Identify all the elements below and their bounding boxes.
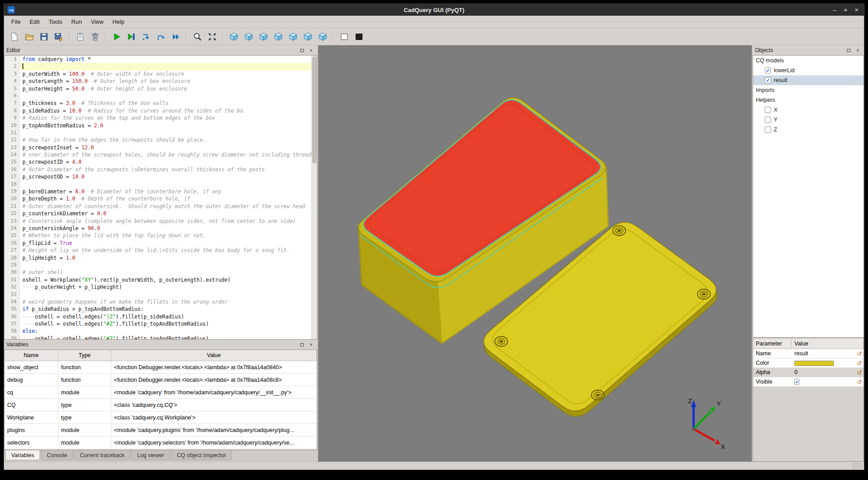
variable-row[interactable]: show_objectfunction<function Debugger.re… — [4, 361, 317, 374]
code-line[interactable]: 29 — [4, 262, 311, 269]
view-right-button[interactable] — [286, 30, 300, 44]
code-line[interactable]: 38else: — [4, 327, 311, 335]
code-line[interactable]: 23# Countersink angle (complete angle be… — [4, 218, 311, 225]
code-line[interactable]: 36····oshell = oshell.edges("|Z").fillet… — [4, 313, 311, 320]
editor-close-button[interactable]: × — [308, 47, 314, 53]
reset-button[interactable]: ↺ — [855, 360, 864, 367]
save-file-button[interactable] — [37, 30, 51, 44]
code-line[interactable]: 15p_screwpostID = 4.0 — [4, 158, 311, 166]
code-line[interactable]: 17p_screwpostOD = 10.0 — [4, 173, 311, 180]
prop-row-name[interactable]: Nameresult↺ — [753, 349, 864, 358]
code-line[interactable]: 13p_screwpostInset = 12.0 — [4, 144, 311, 151]
checkbox[interactable] — [765, 127, 771, 133]
view-front-button[interactable] — [242, 30, 255, 44]
code-line[interactable]: 32····p_outerHeight + p_lipHeight) — [4, 284, 311, 291]
checkbox[interactable] — [765, 117, 771, 123]
tree-item-imports[interactable]: Imports — [753, 85, 864, 95]
code-line[interactable]: 22p_countersinkDiameter = 0.0 — [4, 210, 311, 217]
code-line[interactable]: 6 — [4, 92, 311, 100]
code-line[interactable]: 5p_outerHeight = 50.0··# Outer height of… — [4, 85, 311, 92]
code-line[interactable]: 34# weird geometry happens if we make th… — [4, 298, 311, 305]
prop-row-alpha[interactable]: Alpha0↺ — [753, 368, 864, 377]
code-line[interactable]: 31oshell = Workplane("XY").rect(p_outerW… — [4, 276, 311, 284]
code-line[interactable]: 14# nner Diameter of the screwpost holes… — [4, 151, 311, 158]
bg-dark-button[interactable] — [352, 30, 366, 44]
fit-all-button[interactable] — [206, 30, 219, 44]
view-top-button[interactable] — [301, 30, 315, 44]
code-line[interactable]: 1from cadquery import * — [4, 56, 311, 63]
menu-tools[interactable]: Tools — [44, 17, 66, 27]
run-script-button[interactable] — [110, 30, 123, 44]
tree-item-z[interactable]: Z — [753, 125, 864, 135]
menu-run[interactable]: Run — [67, 17, 87, 27]
variable-row[interactable]: cqmodule<module 'cadquery' from '/home/a… — [4, 386, 317, 399]
code-line[interactable]: 2 — [4, 63, 311, 70]
variable-row[interactable]: pluginsmodule<module 'cadquery.plugins' … — [4, 424, 317, 436]
code-line[interactable]: 4p_outerLength = 150.0··# Outer length o… — [4, 78, 311, 85]
menu-view[interactable]: View — [87, 17, 108, 27]
reset-button[interactable]: ↺ — [855, 369, 864, 376]
variable-row[interactable]: selectorsmodule<module 'cadquery.selecto… — [4, 436, 317, 449]
variable-row[interactable]: debugfunction<function Debugger.render.<… — [4, 374, 317, 386]
code-line[interactable]: 39····oshell = oshell.edges("#Z").fillet… — [4, 335, 311, 339]
step-over-button[interactable] — [154, 30, 168, 44]
checkbox[interactable]: ✓ — [794, 379, 799, 385]
objects-float-button[interactable] — [846, 47, 852, 53]
variable-row[interactable]: Workplanetype<class 'cadquery.cq.Workpla… — [4, 411, 317, 424]
resize-grip[interactable] — [852, 463, 862, 468]
code-line[interactable]: 20p_boreDepth = 1.0··# Depth of the coun… — [4, 195, 311, 202]
open-file-button[interactable] — [22, 30, 36, 44]
zoom-button[interactable] — [191, 30, 204, 44]
delete-button[interactable] — [88, 30, 102, 44]
viewport-3d[interactable]: ZYX — [318, 45, 752, 462]
variable-row[interactable]: Planetype<class 'cadquery.occ_impl.geom.… — [4, 449, 317, 449]
code-line[interactable]: 25# Whether to place the lid with the to… — [4, 232, 311, 239]
menu-file[interactable]: File — [7, 17, 25, 27]
maximize-button[interactable]: + — [843, 4, 847, 16]
checkbox[interactable]: ✓ — [765, 67, 771, 74]
view-bottom-button[interactable] — [316, 30, 329, 44]
code-line[interactable]: 10p_topAndBottomRadius = 2.0 — [4, 122, 311, 129]
code-line[interactable]: 35if p_sideRadius > p_topAndBottomRadius… — [4, 305, 311, 313]
editor-scrollbar-thumb[interactable] — [312, 57, 316, 163]
tab-console[interactable]: Console — [41, 450, 73, 460]
editor-scrollbar[interactable] — [311, 56, 317, 339]
variable-row[interactable]: CQtype<class 'cadquery.cq.CQ'> — [4, 399, 317, 411]
code-line[interactable]: 33 — [4, 291, 311, 298]
bg-white-button[interactable] — [338, 30, 351, 44]
code-line[interactable]: 37····oshell = oshell.edges("#Z").fillet… — [4, 320, 311, 327]
reset-button[interactable]: ↺ — [855, 379, 864, 385]
view-back-button[interactable] — [257, 30, 270, 44]
code-line[interactable]: 27# Height of lip on the underside of th… — [4, 247, 311, 254]
code-line[interactable]: 11 — [4, 129, 311, 136]
checkbox[interactable]: ✓ — [765, 77, 771, 83]
editor-float-button[interactable] — [299, 47, 305, 53]
color-swatch[interactable] — [794, 361, 834, 366]
debug-script-button[interactable] — [125, 30, 138, 44]
close-button[interactable]: × — [855, 4, 859, 16]
code-line[interactable]: 28p_lipHeight = 1.0 — [4, 254, 311, 262]
tree-item-y[interactable]: Y — [753, 115, 864, 125]
code-line[interactable]: 12# How far in from the edges the screwp… — [4, 136, 311, 144]
tree-item-lowerlid[interactable]: ✓lowerLid — [753, 65, 864, 75]
tab-cq-object-inspector[interactable]: CQ object inspector — [171, 450, 232, 460]
continue-run-button[interactable] — [169, 30, 183, 44]
variables-close-button[interactable]: × — [308, 341, 314, 348]
reset-button[interactable]: ↺ — [855, 350, 864, 357]
tab-log-viewer[interactable]: Log viewer — [131, 450, 170, 460]
code-line[interactable]: 24p_countersinkAngle = 90.0 — [4, 225, 311, 232]
code-line[interactable]: 18 — [4, 181, 311, 188]
objects-close-button[interactable]: × — [855, 47, 861, 53]
step-into-button[interactable] — [140, 30, 153, 44]
tree-item-x[interactable]: X — [753, 105, 864, 115]
minimize-button[interactable]: – — [833, 4, 836, 16]
prop-row-visible[interactable]: Visible✓↺ — [753, 377, 864, 387]
code-line[interactable]: 8p_sideRadius = 10.0··# Radius for the c… — [4, 107, 311, 114]
code-editor[interactable]: 1from cadquery import *23p_outerWidth = … — [4, 55, 317, 340]
tree-item-result[interactable]: ✓result — [753, 75, 864, 85]
checkbox[interactable] — [765, 107, 771, 113]
variables-float-button[interactable] — [299, 341, 305, 348]
code-line[interactable]: 16# Outer Diameter of the screwposts.\nD… — [4, 166, 311, 173]
tab-variables[interactable]: Variables — [5, 450, 40, 460]
menu-help[interactable]: Help — [108, 17, 129, 27]
